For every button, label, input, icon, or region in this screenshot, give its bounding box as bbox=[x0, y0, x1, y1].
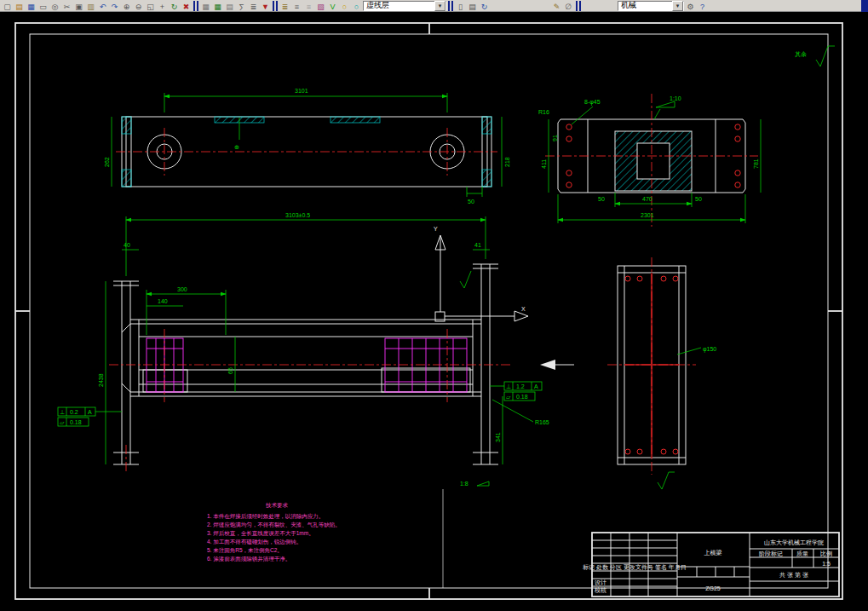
tech-requirements: 技术要求 1. 本件在焊接后须经时效处理，以消除内应力。 2. 焊缝应饱满均匀，… bbox=[207, 502, 341, 562]
title-block-design: 设计 bbox=[595, 579, 606, 585]
roughness-icon bbox=[658, 472, 675, 489]
dim-edge-right: 50 bbox=[695, 196, 702, 202]
svg-text:0.18: 0.18 bbox=[516, 394, 528, 400]
redo-icon[interactable]: ↷ bbox=[109, 1, 120, 11]
drawing-svg: 其余 3101 262 218 50 ⊕ bbox=[0, 12, 868, 611]
slope-label: 1:8 bbox=[460, 481, 468, 487]
dim-65: 65 bbox=[227, 367, 233, 374]
toolbar: ▢ ▤ ▦ ▭ ◎ ✂ ▣ ▥ ↶ ↷ ⊕ ⊖ ◱ + ↻ ✖ ▦ ▦ ▤ ∑ … bbox=[0, 0, 868, 12]
save-icon[interactable]: ▦ bbox=[26, 1, 37, 11]
filter-icon[interactable]: ▼ bbox=[260, 1, 271, 11]
dim-edge-left: 50 bbox=[598, 196, 605, 202]
check-icon[interactable]: V bbox=[327, 1, 338, 11]
dim-140: 140 bbox=[158, 298, 168, 304]
redraw-icon[interactable]: ↻ bbox=[169, 1, 180, 11]
view-front: Y X 3103±0.5 40 41 300 140 65 341 bbox=[58, 212, 574, 487]
sort-icon[interactable]: ≣ bbox=[248, 1, 259, 11]
lineweight-icon[interactable]: ≡ bbox=[303, 1, 314, 11]
surface-finish-note: 其余 bbox=[795, 46, 835, 66]
sheet-icon[interactable]: ▤ bbox=[224, 1, 235, 11]
cut-icon[interactable]: ✂ bbox=[61, 1, 72, 11]
section-arrow-icon bbox=[540, 360, 574, 370]
pan-icon[interactable]: + bbox=[157, 1, 168, 11]
chevron-down-icon[interactable]: ▾ bbox=[672, 1, 683, 11]
dim-inner: 470 bbox=[642, 196, 652, 202]
svg-text:A: A bbox=[534, 383, 538, 389]
tech-req-item: 2. 焊缝应饱满均匀，不得有裂纹、夹渣、气孔等缺陷。 bbox=[207, 522, 341, 528]
holes-label: 8-φ45 bbox=[584, 99, 601, 106]
dim-top-edge: 91 bbox=[552, 135, 558, 141]
table-icon[interactable]: ▦ bbox=[212, 1, 223, 11]
svg-text:0.18: 0.18 bbox=[70, 419, 82, 425]
part-name: 上横梁 bbox=[704, 549, 722, 556]
chevron-down-icon[interactable]: ▾ bbox=[434, 1, 445, 11]
color-icon[interactable]: ▧ bbox=[315, 1, 326, 11]
tech-req-item: 6. 涂漆前表面须除锈并清理干净。 bbox=[207, 556, 290, 562]
style-combo[interactable]: 机械 ▾ bbox=[618, 1, 684, 11]
toolbar-separator bbox=[448, 1, 453, 11]
new-icon[interactable]: ▢ bbox=[2, 1, 13, 11]
preview-icon[interactable]: ◎ bbox=[49, 1, 60, 11]
dim-radius: R16 bbox=[538, 109, 549, 115]
tolerance-frame-1: ⊥ 0.2 A bbox=[58, 407, 122, 416]
tolerance-frame-2: ▱ 0.18 bbox=[58, 418, 89, 426]
scale-label: 比例 bbox=[820, 550, 832, 557]
print-icon[interactable]: ▭ bbox=[37, 1, 49, 11]
view-top-plan: 3101 262 218 50 ⊕ bbox=[104, 88, 510, 205]
stage-label: 阶段标记 bbox=[759, 550, 783, 557]
toolbar-separator bbox=[193, 1, 198, 11]
dim-height-left: 262 bbox=[104, 157, 110, 167]
sheet-frame bbox=[15, 23, 842, 599]
copy-icon[interactable]: ▣ bbox=[73, 1, 84, 11]
title-block: 标记 处数 分区 更改文件号 签名 年月日 设计 校核 上横梁 ZG25 山东大… bbox=[582, 533, 839, 597]
toolbar-spacer bbox=[491, 5, 550, 6]
circle-yellow-icon[interactable]: ○ bbox=[339, 1, 350, 11]
svg-text:0.2: 0.2 bbox=[70, 409, 78, 415]
zoom-out-icon[interactable]: ⊖ bbox=[133, 1, 144, 11]
paste-icon[interactable]: ▥ bbox=[85, 1, 96, 11]
sheets: 共 张 第 张 bbox=[779, 572, 808, 579]
title-block-check: 校核 bbox=[594, 587, 606, 594]
cad-canvas[interactable]: 其余 3101 262 218 50 ⊕ bbox=[0, 12, 868, 611]
mass-label: 质量 bbox=[796, 550, 808, 557]
dim-height-right: 218 bbox=[504, 157, 510, 167]
circle-cyan-icon[interactable]: ○ bbox=[351, 1, 362, 11]
axis-y-label: Y bbox=[434, 226, 438, 232]
erase-icon[interactable]: ✖ bbox=[181, 1, 192, 11]
zoom-in-icon[interactable]: ⊕ bbox=[121, 1, 132, 11]
dim-2438: 2438 bbox=[98, 373, 104, 387]
dim-offset: 50 bbox=[468, 199, 474, 205]
position-mark: ⊕ bbox=[234, 144, 239, 150]
roughness-icon bbox=[816, 46, 835, 66]
layer-combo-value: 虚线层 bbox=[364, 0, 434, 11]
slope-label: 1:10 bbox=[670, 95, 681, 101]
company: 山东大学机械工程学院 bbox=[764, 539, 824, 546]
toolbar-spacer bbox=[583, 5, 617, 6]
dim-length: 3103±0.5 bbox=[285, 212, 310, 218]
roughness-icon bbox=[460, 271, 471, 288]
gear-icon[interactable]: ⚙ bbox=[685, 1, 696, 11]
svg-text:1.2: 1.2 bbox=[516, 383, 525, 389]
pencil-icon[interactable]: ✎ bbox=[551, 1, 562, 11]
layers-icon[interactable]: ≣ bbox=[279, 1, 290, 11]
tech-req-item: 3. 焊后校直，全长直线度误差不大于1mm。 bbox=[207, 530, 314, 537]
open-icon[interactable]: ▤ bbox=[14, 1, 25, 11]
scale-value: 1:5 bbox=[822, 561, 831, 567]
formula-icon[interactable]: ∑ bbox=[236, 1, 247, 11]
layer-combo[interactable]: 虚线层 ▾ bbox=[363, 1, 446, 11]
zoom-window-icon[interactable]: ◱ bbox=[145, 1, 156, 11]
properties-icon[interactable]: ▤ bbox=[467, 1, 478, 11]
slope-triangle-icon bbox=[656, 101, 675, 107]
title-block-header: 标记 处数 分区 更改文件号 签名 年月日 bbox=[582, 563, 687, 571]
tech-req-title: 技术要求 bbox=[265, 502, 289, 509]
grid-icon[interactable]: ▦ bbox=[200, 1, 211, 11]
undo-icon[interactable]: ↶ bbox=[97, 1, 108, 11]
refresh-icon[interactable]: ↻ bbox=[479, 1, 490, 11]
match-icon[interactable]: ▯ bbox=[455, 1, 466, 11]
view-section: 8-φ45 1:10 2301 470 50 50 411 91 R16 781 bbox=[538, 94, 761, 227]
linetype-icon[interactable]: ≡ bbox=[291, 1, 302, 11]
help-icon[interactable]: ? bbox=[697, 1, 708, 11]
svg-text:▱: ▱ bbox=[506, 394, 511, 400]
measure-icon[interactable]: ∅ bbox=[563, 1, 574, 11]
tech-req-item: 5. 未注圆角R5，未注倒角C2。 bbox=[207, 547, 283, 554]
